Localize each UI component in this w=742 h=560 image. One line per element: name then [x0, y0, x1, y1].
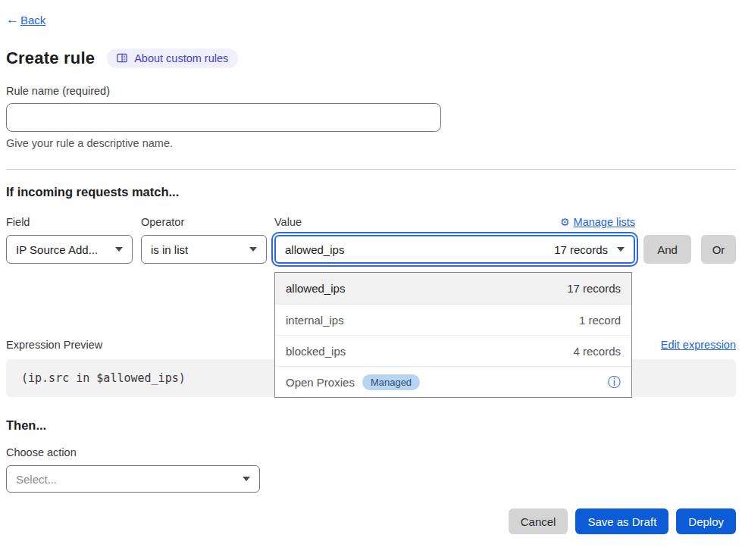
edit-expression-link[interactable]: Edit expression [661, 339, 736, 351]
match-section-heading: If incoming requests match... [6, 185, 736, 199]
operator-select-value: is in list [151, 243, 188, 256]
chevron-down-icon [243, 477, 250, 481]
value-select[interactable]: allowed_ips 17 records [274, 235, 635, 264]
book-icon [117, 53, 128, 64]
info-icon[interactable]: ⓘ [608, 376, 621, 389]
about-badge-label: About custom rules [134, 52, 228, 64]
managed-badge: Managed [362, 374, 420, 390]
manage-lists-link[interactable]: ⚙ Manage lists [560, 216, 635, 228]
operator-select[interactable]: is in list [141, 235, 267, 264]
list-item-allowed-ips[interactable]: allowed_ips 17 records [275, 273, 631, 304]
match-condition-row: IP Source Add... is in list allowed_ips … [6, 235, 736, 264]
field-label: Field [6, 216, 141, 228]
back-arrow-icon: ← [6, 12, 19, 27]
field-select-value: IP Source Add... [16, 243, 98, 256]
section-divider [6, 169, 736, 170]
deploy-button[interactable]: Deploy [676, 508, 736, 534]
operator-label: Operator [141, 216, 274, 228]
chevron-down-icon [617, 247, 625, 252]
choose-action-label: Choose action [6, 446, 736, 458]
value-select-value: allowed_ips [285, 243, 344, 256]
cancel-button[interactable]: Cancel [509, 508, 568, 534]
match-labels-row: Field Operator Value ⚙ Manage lists [6, 216, 736, 228]
back-link-label: Back [20, 14, 45, 27]
expression-preview-label: Expression Preview [6, 339, 102, 351]
rule-name-label: Rule name (required) [6, 85, 736, 97]
or-button[interactable]: Or [701, 235, 736, 264]
list-item-open-proxies[interactable]: Open Proxies Managed ⓘ [275, 366, 631, 397]
chevron-down-icon [115, 247, 123, 252]
title-row: Create rule About custom rules [6, 48, 736, 68]
list-item-blocked-ips[interactable]: blocked_ips 4 records [275, 335, 631, 366]
rule-name-helper: Give your rule a descriptive name. [6, 137, 736, 149]
back-link[interactable]: ←Back [6, 12, 45, 27]
then-section-heading: Then... [6, 418, 736, 433]
page-title: Create rule [6, 48, 95, 68]
about-custom-rules-link[interactable]: About custom rules [107, 48, 238, 68]
gear-icon: ⚙ [560, 216, 570, 228]
field-select[interactable]: IP Source Add... [6, 235, 133, 264]
and-button[interactable]: And [643, 235, 691, 264]
chevron-down-icon [249, 247, 257, 252]
value-select-meta: 17 records [554, 243, 608, 256]
action-select[interactable]: Select... [6, 465, 260, 493]
list-item-internal-ips[interactable]: internal_ips 1 record [275, 304, 631, 335]
manage-lists-label: Manage lists [574, 216, 635, 228]
value-label: Value [274, 216, 302, 228]
save-as-draft-button[interactable]: Save as Draft [575, 508, 668, 534]
footer-actions: Cancel Save as Draft Deploy [6, 508, 736, 534]
action-select-placeholder: Select... [16, 473, 57, 486]
rule-name-input[interactable] [6, 103, 441, 132]
value-dropdown-panel: allowed_ips 17 records internal_ips 1 re… [274, 272, 632, 398]
